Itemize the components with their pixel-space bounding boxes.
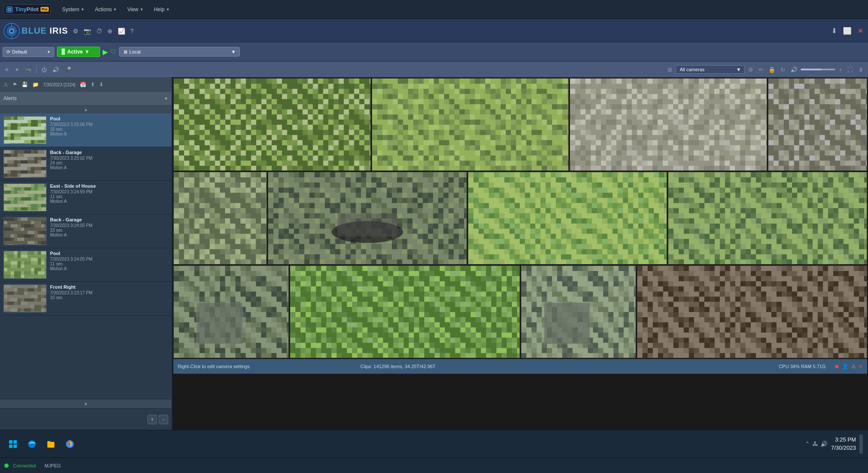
camera-cell-4[interactable] [768, 78, 867, 171]
crosshair-icon[interactable]: ⊕ [106, 26, 114, 36]
connected-text: Connected [13, 463, 36, 468]
alert-time: 7/30/2023 3:24:05 PM [50, 223, 168, 228]
audio-icon[interactable]: 🔊 [50, 65, 61, 74]
alert-info: Pool 7/30/2023 3:25:06 PM 15 sec Motion … [50, 116, 168, 136]
camera-cell-11[interactable] [521, 265, 636, 358]
status-close-icon[interactable]: ✕ [859, 363, 863, 369]
camera-row-3 [173, 265, 867, 358]
pause-icon[interactable]: ⏸ [856, 65, 865, 74]
cam-lock-icon[interactable]: 🔒 [767, 65, 777, 74]
camera-cell-2[interactable] [372, 78, 569, 171]
camera-canvas-9 [174, 266, 288, 358]
camera-cell-5[interactable] [173, 172, 267, 265]
camera-area: Right-Click to edit camera settings Clip… [172, 77, 868, 430]
svg-rect-10 [13, 440, 17, 444]
scroll-down-button[interactable]: ▼ [0, 400, 172, 408]
sb-down-icon[interactable]: ⬇ [97, 80, 105, 89]
fullscreen-icon[interactable]: ⛶ [846, 65, 855, 74]
gear-icon[interactable]: ⚙ [72, 26, 80, 36]
zoom-controls: + - [0, 408, 172, 430]
grid-icon[interactable]: ⊞ [666, 65, 674, 74]
alert-duration: 33 sec [50, 228, 168, 233]
explorer-button[interactable] [43, 438, 59, 450]
close-titlebar-icon[interactable]: ✕ [856, 25, 865, 36]
camera-cell-10[interactable] [290, 265, 520, 358]
sb-up-icon[interactable]: ⬆ [89, 80, 97, 89]
sb-save-icon[interactable]: 💾 [20, 80, 30, 89]
camera-icon[interactable]: 📷 [82, 26, 92, 36]
menu-view[interactable]: View ▼ [123, 5, 148, 14]
alerts-dropdown-arrow[interactable]: ▼ [164, 96, 168, 101]
local-dropdown[interactable]: 🖥 Local ▼ [119, 47, 240, 57]
connected-dot [4, 464, 9, 468]
camera-cell-8[interactable] [668, 172, 867, 265]
download-icon[interactable]: ⬇ [830, 25, 838, 36]
camera-cell-3[interactable] [570, 78, 767, 171]
sb-calendar-icon[interactable]: 📅 [78, 80, 88, 89]
alert-item[interactable]: Back - Garage 7/30/2023 3:25:02 PM 24 se… [0, 147, 172, 181]
workspace: ⚠ ⚑ 💾 📁 7/30/2023 [1324] 📅 ⬆ ⬇ Alerts ▼ … [0, 77, 868, 430]
cam-settings-icon[interactable]: ⚙ [746, 65, 755, 74]
alert-item[interactable]: East - Side of House 7/30/2023 3:24:59 P… [0, 181, 172, 214]
alert-name: Back - Garage [50, 150, 168, 155]
alert-duration: 10 sec [50, 295, 168, 300]
zoom-in-icon[interactable]: + [837, 65, 844, 74]
edge-button[interactable] [24, 438, 40, 450]
chart-icon[interactable]: 📈 [116, 26, 126, 36]
camera-cell-7[interactable] [468, 172, 667, 265]
bi-logo-text: BLUE IRIS [22, 26, 68, 36]
start-button[interactable] [5, 438, 21, 450]
zoom-in-button[interactable]: + [147, 415, 157, 424]
star-icon[interactable]: ✦ [13, 65, 21, 74]
show-desktop-button[interactable] [859, 435, 863, 454]
alert-duration: 15 sec [50, 127, 168, 132]
chrome-button[interactable] [62, 438, 78, 450]
external-icon[interactable]: ⬜ [842, 25, 853, 36]
toolbar2-right: ⊞ All cameras ▼ ⚙ ✏ 🔒 ↻ 🔊 + ⛶ ⏸ [666, 65, 865, 74]
scroll-up-button[interactable]: ▲ [0, 105, 172, 114]
alert-info: East - Side of House 7/30/2023 3:24:59 P… [50, 183, 168, 204]
alert-item[interactable]: Pool 7/30/2023 3:25:06 PM 15 sec Motion … [0, 114, 172, 147]
question-icon[interactable]: ? [129, 26, 135, 36]
alert-name: Front Right [50, 284, 168, 290]
play-button[interactable]: ▶ [103, 48, 108, 56]
menu-actions[interactable]: Actions ▼ [91, 5, 121, 14]
active-button[interactable]: ▊ Active ▼ [57, 47, 100, 57]
camera-cell-1[interactable] [173, 78, 371, 171]
alert-item[interactable]: Pool 7/30/2023 3:24:05 PM 11 sec Motion … [0, 248, 172, 282]
default-dropdown[interactable]: ⟳ Default ▼ [3, 47, 54, 57]
sb-alert-icon[interactable]: ⚠ [2, 80, 10, 89]
alert-thumbnail [3, 217, 47, 245]
camera-cell-12[interactable] [637, 265, 867, 358]
taskbar-up-arrow[interactable]: ⌃ [805, 441, 810, 447]
sb-folder-icon[interactable]: 📁 [31, 80, 41, 89]
camera-cell-6[interactable] [268, 172, 467, 265]
alerts-bar: Alerts ▼ [0, 92, 172, 105]
all-cameras-dropdown[interactable]: All cameras ▼ [676, 65, 745, 74]
cam-edit-icon[interactable]: ✏ [757, 65, 765, 74]
alert-type: Motion A [50, 165, 168, 170]
power-icon[interactable]: ⏻ [40, 65, 49, 74]
recording-icon: ⏺ [834, 363, 840, 369]
cam-volume-icon[interactable]: 🔊 [789, 65, 799, 74]
clock-icon[interactable]: ⏱ [95, 26, 103, 36]
sidebar-date: 7/30/2023 [1324] [43, 82, 75, 87]
sb-flag-icon[interactable]: ⚑ [11, 80, 19, 89]
camera-canvas-8 [668, 172, 867, 264]
bi-logo-icon [3, 23, 20, 39]
alert-item[interactable]: Front Right 7/30/2023 3:23:17 PM 10 sec [0, 282, 172, 315]
mic-icon[interactable]: 🎤 [63, 65, 73, 74]
camera-cell-9[interactable] [173, 265, 289, 358]
alert-thumbnail [3, 183, 47, 211]
alert-item[interactable]: Back - Garage 7/30/2023 3:24:05 PM 33 se… [0, 214, 172, 248]
video-icon[interactable]: 📹 [23, 65, 33, 74]
volume-slider[interactable] [801, 69, 835, 70]
cam-refresh-icon[interactable]: ↻ [779, 65, 787, 74]
sun-icon[interactable]: ☀ [3, 65, 11, 74]
menu-help[interactable]: Help ▼ [150, 5, 174, 14]
zoom-out-button[interactable]: - [159, 415, 168, 424]
shield-button[interactable]: 🛡 [110, 48, 116, 55]
taskbar-network-icon[interactable]: 🖧 [812, 441, 818, 447]
menu-system[interactable]: System ▼ [58, 5, 89, 14]
taskbar-sound-icon[interactable]: 🔊 [821, 441, 827, 447]
